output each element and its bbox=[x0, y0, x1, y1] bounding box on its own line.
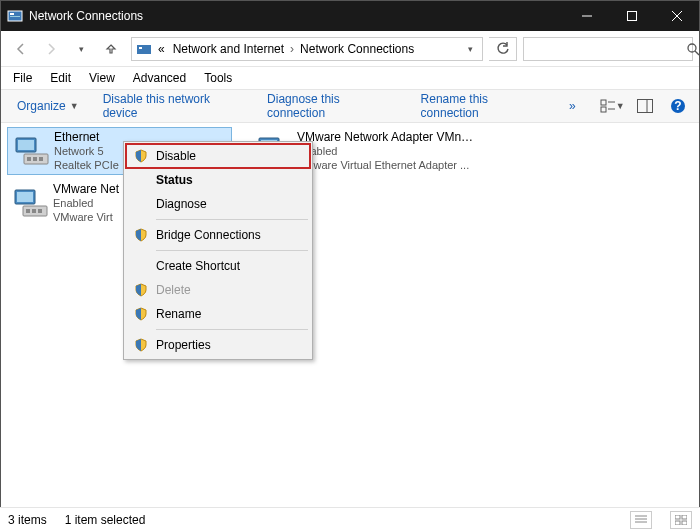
search-box[interactable] bbox=[523, 37, 693, 61]
menu-tools[interactable]: Tools bbox=[196, 69, 240, 87]
up-button[interactable] bbox=[97, 35, 125, 63]
network-adapter-icon bbox=[9, 183, 53, 223]
forward-button[interactable] bbox=[37, 35, 65, 63]
shield-icon bbox=[130, 228, 152, 242]
address-bar[interactable]: « Network and Internet › Network Connect… bbox=[131, 37, 483, 61]
svg-rect-32 bbox=[17, 192, 33, 202]
menu-view[interactable]: View bbox=[81, 69, 123, 87]
shield-icon bbox=[130, 283, 152, 297]
context-menu-diagnose[interactable]: Diagnose bbox=[126, 192, 310, 216]
svg-rect-43 bbox=[682, 521, 687, 525]
overflow-button[interactable]: » bbox=[561, 95, 584, 117]
svg-rect-22 bbox=[27, 157, 31, 161]
diagnose-connection-button[interactable]: Diagnose this connection bbox=[259, 88, 405, 124]
svg-rect-15 bbox=[638, 100, 653, 113]
network-adapter-icon bbox=[10, 131, 54, 171]
svg-rect-41 bbox=[682, 515, 687, 519]
search-input[interactable] bbox=[524, 42, 686, 56]
context-menu-disable[interactable]: Disable bbox=[126, 144, 310, 168]
view-options-button[interactable]: ▼ bbox=[600, 94, 625, 118]
recent-dropdown[interactable]: ▾ bbox=[67, 35, 95, 63]
location-icon bbox=[134, 41, 154, 57]
context-menu-separator bbox=[156, 219, 308, 220]
back-button[interactable] bbox=[7, 35, 35, 63]
navigation-bar: ▾ « Network and Internet › Network Conne… bbox=[1, 31, 699, 67]
svg-rect-24 bbox=[39, 157, 43, 161]
svg-point-9 bbox=[688, 44, 696, 52]
svg-text:?: ? bbox=[675, 99, 682, 113]
menu-edit[interactable]: Edit bbox=[42, 69, 79, 87]
svg-rect-7 bbox=[137, 45, 151, 54]
context-menu-bridge[interactable]: Bridge Connections bbox=[126, 223, 310, 247]
svg-rect-12 bbox=[601, 107, 606, 112]
organize-button[interactable]: Organize▼ bbox=[9, 95, 87, 117]
address-dropdown-icon[interactable]: ▾ bbox=[460, 44, 480, 54]
command-bar: Organize▼ Disable this network device Di… bbox=[1, 89, 699, 123]
item-count: 3 items bbox=[8, 513, 47, 527]
svg-rect-40 bbox=[675, 515, 680, 519]
adapter-name: VMware Network Adapter VMnet1 bbox=[297, 130, 474, 144]
shield-icon bbox=[130, 149, 152, 163]
maximize-button[interactable] bbox=[609, 1, 654, 31]
svg-rect-23 bbox=[33, 157, 37, 161]
chevron-down-icon: ▼ bbox=[70, 101, 79, 111]
menu-advanced[interactable]: Advanced bbox=[125, 69, 194, 87]
details-view-button[interactable] bbox=[630, 511, 652, 529]
context-menu: Disable Status Diagnose Bridge Connectio… bbox=[123, 141, 313, 360]
help-button[interactable]: ? bbox=[666, 94, 691, 118]
svg-rect-2 bbox=[10, 16, 20, 17]
shield-icon bbox=[130, 338, 152, 352]
context-menu-delete: Delete bbox=[126, 278, 310, 302]
svg-rect-42 bbox=[675, 521, 680, 525]
disable-device-button[interactable]: Disable this network device bbox=[95, 88, 251, 124]
context-menu-rename[interactable]: Rename bbox=[126, 302, 310, 326]
status-bar: 3 items 1 item selected bbox=[0, 507, 700, 531]
menu-file[interactable]: File bbox=[5, 69, 40, 87]
breadcrumb-prefix[interactable]: « bbox=[154, 42, 169, 56]
svg-rect-11 bbox=[601, 100, 606, 105]
context-menu-separator bbox=[156, 329, 308, 330]
preview-pane-button[interactable] bbox=[633, 94, 658, 118]
refresh-button[interactable] bbox=[489, 37, 517, 61]
svg-rect-8 bbox=[139, 47, 142, 49]
context-menu-properties[interactable]: Properties bbox=[126, 333, 310, 357]
titlebar: Network Connections bbox=[1, 1, 699, 31]
window-title: Network Connections bbox=[29, 9, 564, 23]
svg-rect-35 bbox=[32, 209, 36, 213]
icons-view-button[interactable] bbox=[670, 511, 692, 529]
context-menu-separator bbox=[156, 250, 308, 251]
shield-icon bbox=[130, 307, 152, 321]
svg-rect-34 bbox=[26, 209, 30, 213]
menu-bar: File Edit View Advanced Tools bbox=[1, 67, 699, 89]
minimize-button[interactable] bbox=[564, 1, 609, 31]
svg-rect-36 bbox=[38, 209, 42, 213]
context-menu-status[interactable]: Status bbox=[126, 168, 310, 192]
close-button[interactable] bbox=[654, 1, 699, 31]
breadcrumb-separator[interactable]: › bbox=[288, 42, 296, 56]
context-menu-create-shortcut[interactable]: Create Shortcut bbox=[126, 254, 310, 278]
svg-line-10 bbox=[695, 51, 699, 55]
svg-rect-4 bbox=[627, 12, 636, 21]
search-icon[interactable] bbox=[686, 42, 700, 56]
content-area[interactable]: Ethernet Network 5 Realtek PCIe VMware N… bbox=[1, 123, 699, 503]
svg-rect-1 bbox=[10, 13, 14, 15]
selection-count: 1 item selected bbox=[65, 513, 146, 527]
svg-rect-20 bbox=[18, 140, 34, 150]
adapter-device: VMware Virtual Ethernet Adapter ... bbox=[297, 158, 474, 172]
breadcrumb-segment[interactable]: Network Connections bbox=[296, 42, 418, 56]
rename-connection-button[interactable]: Rename this connection bbox=[413, 88, 553, 124]
adapter-status: Enabled bbox=[297, 144, 474, 158]
breadcrumb-segment[interactable]: Network and Internet bbox=[169, 42, 288, 56]
app-icon bbox=[1, 8, 29, 24]
